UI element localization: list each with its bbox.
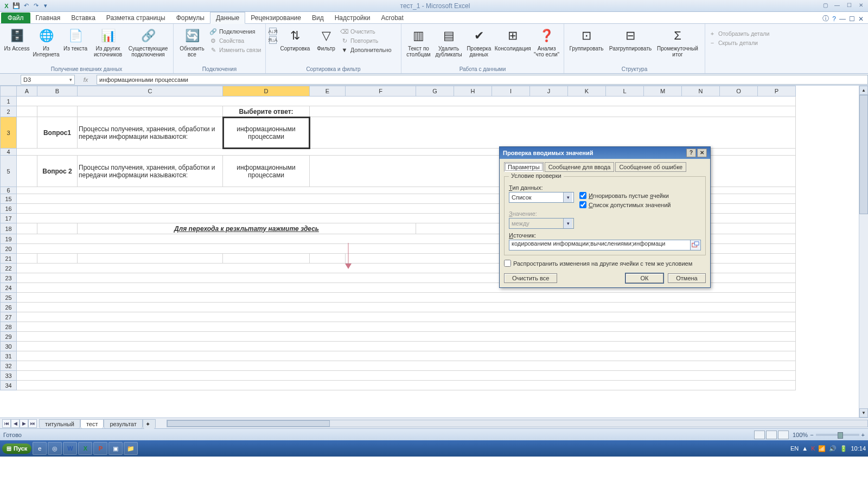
tray-network-icon[interactable]: 📶 bbox=[818, 445, 826, 452]
last-sheet-icon[interactable]: ⏭ bbox=[28, 419, 37, 428]
row-21[interactable]: 21 bbox=[1, 254, 17, 264]
formula-bar[interactable]: информационными процессами bbox=[97, 75, 868, 85]
taskbar-folder-icon[interactable]: 📁 bbox=[124, 442, 138, 455]
hscroll-thumb[interactable] bbox=[167, 420, 330, 427]
tab-insert[interactable]: Вставка bbox=[66, 12, 101, 23]
consolidate-button[interactable]: ⊞Консолидация bbox=[495, 25, 531, 72]
col-G[interactable]: G bbox=[416, 86, 454, 97]
qat-customize-icon[interactable]: ▾ bbox=[41, 2, 50, 10]
zoom-in-icon[interactable]: + bbox=[861, 432, 865, 438]
result-box[interactable] bbox=[310, 254, 346, 264]
ignore-blank-check[interactable]: Игнорировать пустые ячейки bbox=[579, 192, 671, 199]
subtotal-button[interactable]: ΣПромежуточный итог bbox=[655, 25, 700, 72]
undo-icon[interactable]: ↶ bbox=[22, 2, 30, 10]
row-22[interactable]: 22 bbox=[1, 264, 17, 273]
row-33[interactable]: 33 bbox=[1, 371, 17, 381]
remove-dup-button[interactable]: ▤Удалить дубликаты bbox=[435, 25, 463, 72]
advanced-filter-button[interactable]: ▼Дополнительно bbox=[341, 46, 392, 54]
select-all[interactable] bbox=[1, 86, 17, 97]
col-I[interactable]: I bbox=[492, 86, 530, 97]
col-D[interactable]: D bbox=[223, 86, 310, 97]
scroll-down-icon[interactable]: ▼ bbox=[859, 408, 868, 418]
apply-box[interactable] bbox=[504, 260, 511, 267]
first-sheet-icon[interactable]: ⏮ bbox=[2, 419, 11, 428]
minimize-ribbon-icon[interactable]: ▢ bbox=[820, 2, 830, 10]
cancel-button[interactable]: Отмена bbox=[668, 273, 706, 283]
zoom-control[interactable]: 100% − + bbox=[793, 432, 865, 438]
tab-review[interactable]: Рецензирование bbox=[245, 12, 307, 23]
worksheet-grid[interactable]: A B C D E F G H I J K L M N O P 1 2Выбер… bbox=[0, 86, 868, 418]
wb-restore-icon[interactable]: ☐ bbox=[849, 15, 855, 23]
sheet-tab-2[interactable]: тест bbox=[80, 419, 104, 428]
tray-icon[interactable]: ▲ bbox=[802, 445, 808, 452]
row-5[interactable]: 5 bbox=[1, 156, 17, 187]
tray-av-icon[interactable]: K bbox=[811, 445, 815, 452]
ribbon-min-icon[interactable]: ⓘ bbox=[822, 14, 829, 23]
tab-addins[interactable]: Надстройки bbox=[329, 12, 376, 23]
col-M[interactable]: M bbox=[644, 86, 682, 97]
vertical-scrollbar[interactable]: ▲ ▼ bbox=[859, 86, 868, 418]
col-E[interactable]: E bbox=[310, 86, 346, 97]
col-H[interactable]: H bbox=[454, 86, 492, 97]
data-validation-button[interactable]: ✔Проверка данных bbox=[465, 25, 493, 72]
col-C[interactable]: C bbox=[78, 86, 223, 97]
from-other-button[interactable]: 📊Из других источников bbox=[91, 25, 125, 72]
row-31[interactable]: 31 bbox=[1, 351, 17, 361]
row-1[interactable]: 1 bbox=[1, 97, 17, 106]
row-3[interactable]: 3 bbox=[1, 117, 17, 149]
tab-view[interactable]: Вид bbox=[307, 12, 329, 23]
taskbar-ie-icon[interactable]: e bbox=[33, 442, 47, 455]
dialog-close-icon[interactable]: ✕ bbox=[697, 149, 707, 157]
in-cell-dropdown-check[interactable]: Список допустимых значений bbox=[579, 201, 671, 208]
row-15[interactable]: 15 bbox=[1, 194, 17, 204]
row-20[interactable]: 20 bbox=[1, 244, 17, 254]
prev-sheet-icon[interactable]: ◀ bbox=[11, 419, 20, 428]
tab-formulas[interactable]: Формулы bbox=[171, 12, 210, 23]
row-29[interactable]: 29 bbox=[1, 332, 17, 342]
hide-detail-button[interactable]: −Скрыть детали bbox=[709, 38, 773, 47]
clear-all-button[interactable]: Очистить все bbox=[504, 273, 557, 283]
taskbar-ppt-icon[interactable]: P bbox=[93, 442, 107, 455]
clear-filter-button[interactable]: ⌫Очистить bbox=[341, 27, 392, 36]
zoom-out-icon[interactable]: − bbox=[810, 432, 813, 438]
sort-za-button[interactable]: Я↓А bbox=[269, 36, 277, 44]
start-button[interactable]: ⊞Пуск bbox=[2, 444, 31, 454]
normal-view-icon[interactable] bbox=[754, 431, 765, 439]
close-icon[interactable]: ✕ bbox=[856, 2, 866, 10]
tab-data[interactable]: Данные bbox=[210, 12, 245, 24]
source-input[interactable]: кодированием информации;вычислениями;инф… bbox=[509, 240, 691, 251]
horizontal-scrollbar[interactable] bbox=[167, 420, 868, 427]
name-box[interactable]: D3 bbox=[21, 75, 75, 85]
save-icon[interactable]: 💾 bbox=[12, 2, 21, 10]
from-access-button[interactable]: 🗄️Из Access bbox=[3, 25, 30, 72]
from-web-button[interactable]: 🌐Из Интернета bbox=[33, 25, 60, 72]
row-28[interactable]: 28 bbox=[1, 322, 17, 332]
row-26[interactable]: 26 bbox=[1, 303, 17, 312]
col-F[interactable]: F bbox=[346, 86, 416, 97]
redo-icon[interactable]: ↷ bbox=[31, 2, 40, 10]
taskbar-app-icon[interactable]: ▣ bbox=[108, 442, 123, 455]
ungroup-button[interactable]: ⊟Разгруппировать bbox=[608, 25, 653, 72]
show-detail-button[interactable]: +Отобразить детали bbox=[709, 29, 773, 38]
tab-home[interactable]: Главная bbox=[30, 12, 66, 23]
row-6[interactable]: 6 bbox=[1, 187, 17, 194]
range-picker-icon[interactable] bbox=[690, 240, 701, 251]
page-layout-view-icon[interactable] bbox=[766, 431, 777, 439]
dropdown-icon[interactable]: ▼ bbox=[309, 140, 310, 149]
row-25[interactable]: 25 bbox=[1, 293, 17, 303]
taskbar-excel-icon[interactable]: X bbox=[78, 442, 92, 455]
sheet-tab-1[interactable]: титульный bbox=[39, 419, 80, 428]
sort-button[interactable]: ⇅Сортировка bbox=[279, 25, 311, 72]
scroll-up-icon[interactable]: ▲ bbox=[859, 86, 868, 95]
wb-close-icon[interactable]: ✕ bbox=[858, 15, 864, 23]
ignore-blank-box[interactable] bbox=[579, 192, 586, 199]
apply-changes-check[interactable]: Распространить изменения на другие ячейк… bbox=[504, 260, 706, 267]
from-text-button[interactable]: 📄Из текста bbox=[62, 25, 89, 72]
dialog-title-bar[interactable]: Проверка вводимых значений ? ✕ bbox=[500, 147, 710, 159]
result-link[interactable]: Для перехода к резкльтату нажмите здесь bbox=[78, 223, 416, 234]
row-24[interactable]: 24 bbox=[1, 283, 17, 293]
sheet-tab-3[interactable]: результат bbox=[104, 419, 142, 428]
column-headers[interactable]: A B C D E F G H I J K L M N O P bbox=[1, 86, 796, 97]
col-B[interactable]: B bbox=[37, 86, 78, 97]
clock[interactable]: 10:14 bbox=[851, 445, 866, 452]
